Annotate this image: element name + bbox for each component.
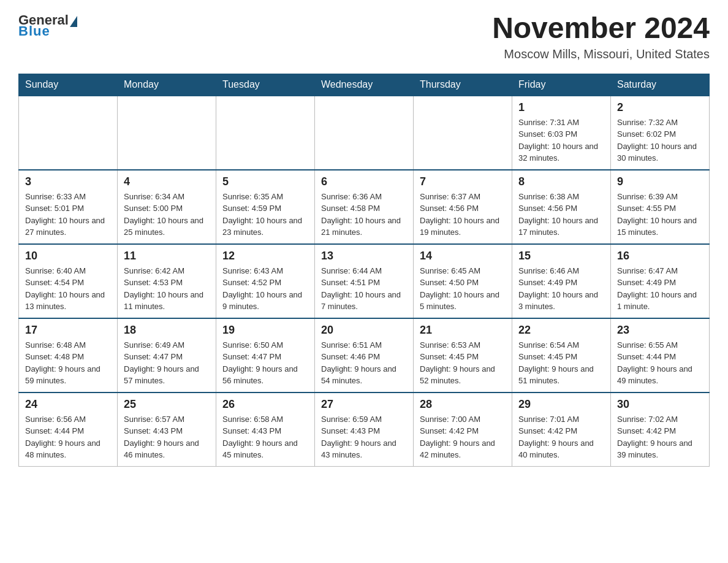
- day-number: 29: [518, 398, 604, 411]
- day-number: 4: [124, 175, 210, 188]
- calendar-cell: 24Sunrise: 6:56 AM Sunset: 4:44 PM Dayli…: [19, 393, 118, 467]
- day-number: 24: [25, 398, 111, 411]
- week-row-3: 10Sunrise: 6:40 AM Sunset: 4:54 PM Dayli…: [19, 244, 710, 318]
- calendar-cell: 23Sunrise: 6:55 AM Sunset: 4:44 PM Dayli…: [611, 318, 710, 393]
- day-number: 27: [321, 398, 407, 411]
- calendar-cell: 8Sunrise: 6:38 AM Sunset: 4:56 PM Daylig…: [512, 170, 611, 244]
- location-title: Moscow Mills, Missouri, United States: [492, 47, 710, 61]
- day-info: Sunrise: 7:01 AM Sunset: 4:42 PM Dayligh…: [518, 413, 604, 461]
- day-info: Sunrise: 6:54 AM Sunset: 4:45 PM Dayligh…: [518, 339, 604, 387]
- day-info: Sunrise: 6:43 AM Sunset: 4:52 PM Dayligh…: [222, 265, 308, 313]
- calendar-cell: 29Sunrise: 7:01 AM Sunset: 4:42 PM Dayli…: [512, 393, 611, 467]
- calendar-cell: 30Sunrise: 7:02 AM Sunset: 4:42 PM Dayli…: [611, 393, 710, 467]
- day-info: Sunrise: 6:51 AM Sunset: 4:46 PM Dayligh…: [321, 339, 407, 387]
- calendar-cell: 6Sunrise: 6:36 AM Sunset: 4:58 PM Daylig…: [315, 170, 414, 244]
- weekday-header-monday: Monday: [118, 74, 216, 96]
- day-info: Sunrise: 6:34 AM Sunset: 5:00 PM Dayligh…: [124, 191, 210, 239]
- day-number: 6: [321, 175, 407, 188]
- day-number: 16: [617, 250, 703, 262]
- day-info: Sunrise: 6:36 AM Sunset: 4:58 PM Dayligh…: [321, 191, 407, 239]
- day-info: Sunrise: 6:38 AM Sunset: 4:56 PM Dayligh…: [518, 191, 604, 239]
- day-number: 23: [617, 324, 703, 337]
- day-number: 25: [124, 398, 210, 411]
- calendar-cell: [216, 96, 315, 170]
- day-info: Sunrise: 7:32 AM Sunset: 6:02 PM Dayligh…: [617, 117, 703, 164]
- calendar-cell: 25Sunrise: 6:57 AM Sunset: 4:43 PM Dayli…: [118, 393, 216, 467]
- day-number: 1: [518, 101, 604, 114]
- week-row-4: 17Sunrise: 6:48 AM Sunset: 4:48 PM Dayli…: [19, 318, 710, 393]
- day-info: Sunrise: 7:00 AM Sunset: 4:42 PM Dayligh…: [420, 413, 506, 461]
- weekday-header-row: SundayMondayTuesdayWednesdayThursdayFrid…: [19, 74, 710, 96]
- day-info: Sunrise: 6:42 AM Sunset: 4:53 PM Dayligh…: [124, 265, 210, 313]
- month-title: November 2024: [492, 12, 710, 45]
- day-number: 2: [617, 101, 703, 114]
- calendar-cell: 20Sunrise: 6:51 AM Sunset: 4:46 PM Dayli…: [315, 318, 414, 393]
- calendar-cell: [118, 96, 216, 170]
- weekday-header-friday: Friday: [512, 74, 611, 96]
- day-info: Sunrise: 6:59 AM Sunset: 4:43 PM Dayligh…: [321, 413, 407, 461]
- week-row-1: 1Sunrise: 7:31 AM Sunset: 6:03 PM Daylig…: [19, 96, 710, 170]
- calendar-cell: 1Sunrise: 7:31 AM Sunset: 6:03 PM Daylig…: [512, 96, 611, 170]
- calendar-cell: 10Sunrise: 6:40 AM Sunset: 4:54 PM Dayli…: [19, 244, 118, 318]
- day-info: Sunrise: 6:58 AM Sunset: 4:43 PM Dayligh…: [222, 413, 308, 461]
- day-number: 15: [518, 250, 604, 262]
- calendar-cell: 3Sunrise: 6:33 AM Sunset: 5:01 PM Daylig…: [19, 170, 118, 244]
- day-number: 17: [25, 324, 111, 337]
- day-number: 11: [124, 250, 210, 262]
- week-row-5: 24Sunrise: 6:56 AM Sunset: 4:44 PM Dayli…: [19, 393, 710, 467]
- calendar-cell: [19, 96, 118, 170]
- week-row-2: 3Sunrise: 6:33 AM Sunset: 5:01 PM Daylig…: [19, 170, 710, 244]
- day-info: Sunrise: 7:02 AM Sunset: 4:42 PM Dayligh…: [617, 413, 703, 461]
- day-number: 22: [518, 324, 604, 337]
- day-number: 7: [420, 175, 506, 188]
- calendar-cell: 12Sunrise: 6:43 AM Sunset: 4:52 PM Dayli…: [216, 244, 315, 318]
- calendar-cell: 27Sunrise: 6:59 AM Sunset: 4:43 PM Dayli…: [315, 393, 414, 467]
- day-info: Sunrise: 6:45 AM Sunset: 4:50 PM Dayligh…: [420, 265, 506, 313]
- day-info: Sunrise: 6:57 AM Sunset: 4:43 PM Dayligh…: [124, 413, 210, 461]
- calendar-cell: 19Sunrise: 6:50 AM Sunset: 4:47 PM Dayli…: [216, 318, 315, 393]
- weekday-header-tuesday: Tuesday: [216, 74, 315, 96]
- calendar-cell: 18Sunrise: 6:49 AM Sunset: 4:47 PM Dayli…: [118, 318, 216, 393]
- calendar-cell: 14Sunrise: 6:45 AM Sunset: 4:50 PM Dayli…: [414, 244, 512, 318]
- day-info: Sunrise: 6:48 AM Sunset: 4:48 PM Dayligh…: [25, 339, 111, 387]
- day-info: Sunrise: 6:49 AM Sunset: 4:47 PM Dayligh…: [124, 339, 210, 387]
- calendar-cell: 11Sunrise: 6:42 AM Sunset: 4:53 PM Dayli…: [118, 244, 216, 318]
- calendar-cell: [315, 96, 414, 170]
- calendar-cell: 21Sunrise: 6:53 AM Sunset: 4:45 PM Dayli…: [414, 318, 512, 393]
- day-number: 26: [222, 398, 308, 411]
- day-info: Sunrise: 6:40 AM Sunset: 4:54 PM Dayligh…: [25, 265, 111, 313]
- day-number: 18: [124, 324, 210, 337]
- day-info: Sunrise: 6:55 AM Sunset: 4:44 PM Dayligh…: [617, 339, 703, 387]
- day-info: Sunrise: 6:44 AM Sunset: 4:51 PM Dayligh…: [321, 265, 407, 313]
- day-number: 5: [222, 175, 308, 188]
- day-number: 21: [420, 324, 506, 337]
- weekday-header-saturday: Saturday: [611, 74, 710, 96]
- weekday-header-sunday: Sunday: [19, 74, 118, 96]
- day-info: Sunrise: 6:35 AM Sunset: 4:59 PM Dayligh…: [222, 191, 308, 239]
- calendar-cell: 15Sunrise: 6:46 AM Sunset: 4:49 PM Dayli…: [512, 244, 611, 318]
- day-number: 13: [321, 250, 407, 262]
- day-info: Sunrise: 6:37 AM Sunset: 4:56 PM Dayligh…: [420, 191, 506, 239]
- day-info: Sunrise: 6:39 AM Sunset: 4:55 PM Dayligh…: [617, 191, 703, 239]
- day-info: Sunrise: 6:33 AM Sunset: 5:01 PM Dayligh…: [25, 191, 111, 239]
- calendar-cell: 16Sunrise: 6:47 AM Sunset: 4:49 PM Dayli…: [611, 244, 710, 318]
- calendar-cell: 4Sunrise: 6:34 AM Sunset: 5:00 PM Daylig…: [118, 170, 216, 244]
- page-header: General Blue November 2024 Moscow Mills,…: [18, 12, 710, 61]
- calendar-cell: 13Sunrise: 6:44 AM Sunset: 4:51 PM Dayli…: [315, 244, 414, 318]
- calendar-cell: 5Sunrise: 6:35 AM Sunset: 4:59 PM Daylig…: [216, 170, 315, 244]
- calendar-cell: 26Sunrise: 6:58 AM Sunset: 4:43 PM Dayli…: [216, 393, 315, 467]
- logo-blue-text: Blue: [18, 23, 50, 39]
- day-number: 19: [222, 324, 308, 337]
- calendar-cell: 7Sunrise: 6:37 AM Sunset: 4:56 PM Daylig…: [414, 170, 512, 244]
- logo: General Blue: [18, 12, 78, 39]
- logo-triangle-icon: [70, 16, 77, 27]
- day-info: Sunrise: 6:53 AM Sunset: 4:45 PM Dayligh…: [420, 339, 506, 387]
- day-number: 10: [25, 250, 111, 262]
- calendar-cell: 22Sunrise: 6:54 AM Sunset: 4:45 PM Dayli…: [512, 318, 611, 393]
- day-info: Sunrise: 6:46 AM Sunset: 4:49 PM Dayligh…: [518, 265, 604, 313]
- day-info: Sunrise: 6:56 AM Sunset: 4:44 PM Dayligh…: [25, 413, 111, 461]
- day-number: 28: [420, 398, 506, 411]
- day-number: 30: [617, 398, 703, 411]
- calendar-cell: 9Sunrise: 6:39 AM Sunset: 4:55 PM Daylig…: [611, 170, 710, 244]
- day-number: 20: [321, 324, 407, 337]
